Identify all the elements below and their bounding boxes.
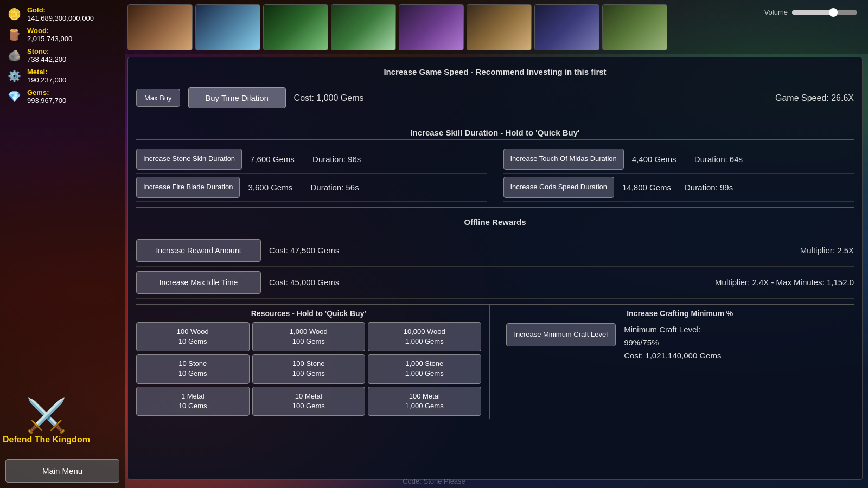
crafting-col-header: Increase Crafting Minimum % <box>506 309 854 318</box>
scene-thumb-2[interactable] <box>195 4 260 50</box>
resource-btn-10stone[interactable]: 10 Stone10 Gems <box>136 354 250 383</box>
gold-resource: 🪙 Gold: 141,689,300,000,000 <box>5 5 119 23</box>
touch-of-midas-button[interactable]: Increase Touch Of Midas Duration <box>503 149 624 170</box>
gems-value: 993,967,700 <box>27 97 66 105</box>
metal-resource: ⚙️ Metal: 190,237,000 <box>5 67 119 85</box>
stone-skin-gems: 7,600 Gems <box>250 155 304 164</box>
wood-icon: 🪵 <box>5 26 23 43</box>
metal-value: 190,237,000 <box>27 76 66 84</box>
touch-of-midas-gems: 4,400 Gems <box>632 155 686 164</box>
gods-speed-row: Increase Gods Speed Duration 14,800 Gems… <box>503 174 854 202</box>
game-speed-header: Increase Game Speed - Recommend Investin… <box>136 63 854 79</box>
scene-thumb-4[interactable] <box>331 4 396 50</box>
bottom-two-col: Resources - Hold to 'Quick Buy' 100 Wood… <box>136 304 854 419</box>
stone-icon: 🪨 <box>5 47 23 64</box>
crafting-col: Increase Crafting Minimum % Increase Min… <box>501 305 854 419</box>
fire-blade-gems: 3,600 Gems <box>248 183 302 192</box>
resource-btn-1000wood[interactable]: 1,000 Wood100 Gems <box>252 322 366 351</box>
crafting-info-line1: Minimum Craft Level: <box>624 323 721 336</box>
skill-left-col: Increase Stone Skin Duration 7,600 Gems … <box>136 145 487 202</box>
gems-resource: 💎 Gems: 993,967,700 <box>5 88 119 105</box>
scene-thumb-8[interactable] <box>602 4 667 50</box>
gold-value: 141,689,300,000,000 <box>27 14 94 22</box>
gold-label: Gold: <box>27 6 94 14</box>
resource-btn-1000stone[interactable]: 1,000 Stone1,000 Gems <box>368 354 481 383</box>
skill-duration-grid: Increase Stone Skin Duration 7,600 Gems … <box>136 145 854 202</box>
code-watermark: Code: Stone Please <box>403 477 465 485</box>
touch-of-midas-duration: Duration: 64s <box>694 155 743 164</box>
main-menu-button[interactable]: Main Menu <box>5 459 119 483</box>
resource-btn-100stone[interactable]: 100 Stone100 Gems <box>252 354 366 383</box>
gods-speed-button[interactable]: Increase Gods Speed Duration <box>503 177 615 198</box>
increase-reward-amount-button[interactable]: Increase Reward Amount <box>136 239 261 262</box>
stone-value: 738,442,200 <box>27 55 66 63</box>
resources-col-header: Resources - Hold to 'Quick Buy' <box>136 309 481 318</box>
fire-blade-row: Increase Fire Blade Duration 3,600 Gems … <box>136 174 487 202</box>
top-scene-strip: Volume <box>125 0 868 54</box>
defend-kingdom-area: ⚔️ Defend The Kingdom <box>3 400 90 445</box>
fire-blade-button[interactable]: Increase Fire Blade Duration <box>136 177 240 198</box>
gods-speed-gems: 14,800 Gems <box>622 183 676 192</box>
fire-blade-duration: Duration: 56s <box>310 183 359 192</box>
defend-swords-icon: ⚔️ <box>26 400 67 432</box>
scene-thumb-5[interactable] <box>399 4 464 50</box>
max-idle-time-cost: Cost: 45,000 Gems <box>269 278 707 287</box>
time-dilation-cost: Cost: 1,000 Gems <box>294 93 767 103</box>
left-sidebar: 🪙 Gold: 141,689,300,000,000 🪵 Wood: 2,01… <box>0 0 125 488</box>
volume-control: Volume <box>764 8 857 16</box>
skill-duration-header: Increase Skill Duration - Hold to 'Quick… <box>136 124 854 140</box>
offline-rewards-header: Offline Rewards <box>136 213 854 229</box>
stone-label: Stone: <box>27 47 66 55</box>
gems-icon: 💎 <box>5 88 23 105</box>
scene-thumb-6[interactable] <box>467 4 532 50</box>
max-idle-time-multiplier: Multiplier: 2.4X - Max Minutes: 1,152.0 <box>715 278 854 287</box>
game-speed-value: Game Speed: 26.6X <box>775 93 854 103</box>
divider-2 <box>136 207 854 208</box>
main-panel: Increase Game Speed - Recommend Investin… <box>127 57 863 480</box>
resource-btn-grid: 100 Wood10 Gems 1,000 Wood100 Gems 10,00… <box>136 322 481 416</box>
reward-amount-multiplier: Multiplier: 2.5X <box>800 246 854 255</box>
stone-skin-duration: Duration: 96s <box>312 155 361 164</box>
wood-resource: 🪵 Wood: 2,015,743,000 <box>5 26 119 43</box>
skill-right-col: Increase Touch Of Midas Duration 4,400 G… <box>503 145 854 202</box>
crafting-info-line2: 99%/75% <box>624 336 721 349</box>
gods-speed-duration: Duration: 99s <box>685 183 733 192</box>
resource-btn-100metal[interactable]: 100 Metal1,000 Gems <box>368 387 481 416</box>
crafting-info-line3: Cost: 1,021,140,000 Gems <box>624 349 721 362</box>
reward-amount-row: Increase Reward Amount Cost: 47,500 Gems… <box>136 235 854 267</box>
time-dilation-row: Max Buy Buy Time Dilation Cost: 1,000 Ge… <box>136 85 854 111</box>
max-idle-time-row: Increase Max Idle Time Cost: 45,000 Gems… <box>136 267 854 299</box>
resource-btn-10metal[interactable]: 10 Metal100 Gems <box>252 387 366 416</box>
stone-resource: 🪨 Stone: 738,442,200 <box>5 47 119 64</box>
stone-skin-button[interactable]: Increase Stone Skin Duration <box>136 149 242 170</box>
increase-max-idle-time-button[interactable]: Increase Max Idle Time <box>136 271 261 294</box>
resources-col: Resources - Hold to 'Quick Buy' 100 Wood… <box>136 305 490 419</box>
crafting-info: Minimum Craft Level: 99%/75% Cost: 1,021… <box>624 323 721 362</box>
wood-value: 2,015,743,000 <box>27 35 72 43</box>
stone-skin-row: Increase Stone Skin Duration 7,600 Gems … <box>136 145 487 174</box>
volume-thumb[interactable] <box>829 8 838 17</box>
resource-btn-100wood[interactable]: 100 Wood10 Gems <box>136 322 250 351</box>
max-buy-button[interactable]: Max Buy <box>136 89 180 107</box>
metal-label: Metal: <box>27 68 66 76</box>
buy-time-dilation-button[interactable]: Buy Time Dilation <box>188 87 286 108</box>
divider-1 <box>136 118 854 118</box>
resource-btn-1metal[interactable]: 1 Metal10 Gems <box>136 387 250 416</box>
increase-min-craft-level-button[interactable]: Increase Minimum Craft Level <box>506 323 616 346</box>
defend-kingdom-label: Defend The Kingdom <box>3 435 90 445</box>
reward-amount-cost: Cost: 47,500 Gems <box>269 246 792 255</box>
scene-thumb-7[interactable] <box>534 4 599 50</box>
touch-of-midas-row: Increase Touch Of Midas Duration 4,400 G… <box>503 145 854 174</box>
gems-label: Gems: <box>27 88 66 97</box>
metal-icon: ⚙️ <box>5 67 23 85</box>
crafting-content: Increase Minimum Craft Level Minimum Cra… <box>506 323 854 362</box>
scene-thumb-1[interactable] <box>127 4 193 50</box>
volume-label: Volume <box>764 8 788 16</box>
resource-btn-10000wood[interactable]: 10,000 Wood1,000 Gems <box>368 322 481 351</box>
gold-icon: 🪙 <box>5 5 23 23</box>
volume-slider[interactable] <box>792 10 857 15</box>
wood-label: Wood: <box>27 27 72 35</box>
scene-thumb-3[interactable] <box>263 4 328 50</box>
offline-rewards-section: Offline Rewards Increase Reward Amount C… <box>136 213 854 299</box>
